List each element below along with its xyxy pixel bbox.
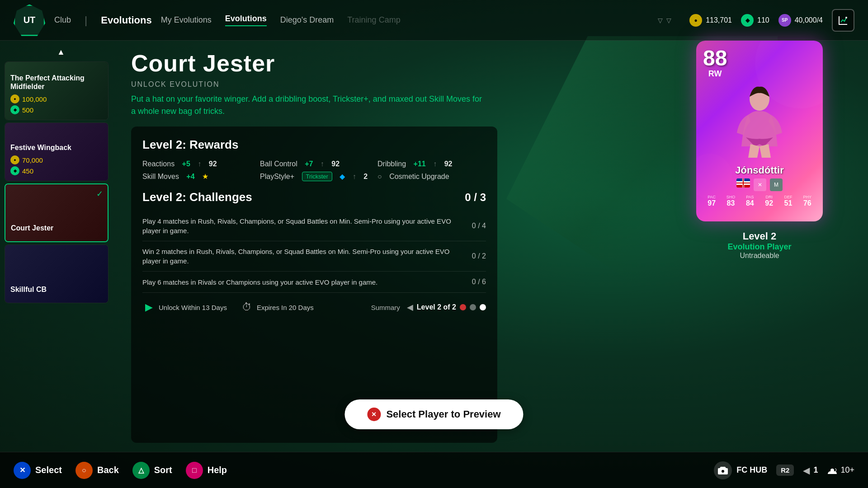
stat-boost: +5 — [182, 160, 190, 168]
stat-final: 92 — [444, 160, 453, 168]
cost-gold-icon: ● — [10, 94, 19, 103]
stat-boost: +7 — [305, 160, 313, 168]
sidebar-item-cost: ● 100,000 ◆ 500 — [10, 94, 103, 114]
sidebar-item-content: Court Jester — [5, 184, 108, 241]
stat-sho-value: 83 — [727, 199, 735, 207]
challenge-text-2: Win 2 matches in Rush, Rivals, Champions… — [142, 247, 472, 266]
stat-phy-label: PHY — [803, 195, 812, 199]
level-dot-3 — [480, 304, 486, 310]
reward-ball-control: Ball Control +7 ↑ 92 — [260, 160, 368, 168]
select-player-label: Select Player to Preview — [386, 408, 500, 420]
triangle-button-icon: △ — [132, 462, 150, 479]
currency-coins: ● 113,701 — [689, 14, 732, 27]
action-sort[interactable]: △ Sort — [132, 462, 172, 479]
coins-icon: ● — [689, 14, 702, 27]
stat-pac: PAC 97 — [703, 195, 720, 207]
sidebar-item-content: The Perfect Attacking Midfielder ● 100,0… — [5, 62, 108, 120]
challenge-row-1: Play 4 matches in Rush, Rivals, Champion… — [142, 211, 486, 241]
unlock-text: Unlock Within 13 Days — [159, 304, 227, 311]
cost-teal-value: 450 — [22, 167, 33, 175]
stat-name: PlayStyle+ — [260, 173, 294, 181]
sidebar-item-attacking-midfielder[interactable]: The Perfect Attacking Midfielder ● 100,0… — [5, 61, 108, 120]
info-bar: ▶ Unlock Within 13 Days ⏱ Expires In 20 … — [142, 293, 486, 314]
player-card-area: 88 RW Jónsdóttir — [678, 41, 841, 334]
cross-button-icon: ✕ — [14, 462, 31, 479]
challenge-count-2: 0 / 2 — [472, 251, 486, 261]
challenge-text-1: Play 4 matches in Rush, Rivals, Champion… — [142, 216, 472, 235]
nav-my-evolutions[interactable]: My Evolutions — [161, 15, 212, 25]
player-card: 88 RW Jónsdóttir — [696, 41, 823, 221]
rewards-panel: Level 2: Rewards Reactions +5 ↑ 92 Ball … — [131, 127, 497, 443]
stat-name: Dribbling — [377, 160, 406, 168]
bottom-bar: ✕ Select ○ Back △ Sort □ Help FC HUB R2 … — [0, 452, 868, 488]
stat-arrow: ↑ — [353, 173, 356, 181]
sidebar-item-skillful-cb[interactable]: Skillful CB — [5, 244, 108, 303]
cost-teal: ◆ 450 — [10, 166, 103, 175]
expires-text: Expires In 20 Days — [257, 304, 314, 311]
stat-name: Cosmetic Upgrade — [389, 173, 449, 181]
stat-pac-value: 97 — [708, 199, 716, 207]
challenge-row-3: Play 6 matches in Rivals or Champions us… — [142, 272, 486, 293]
stat-dri-value: 92 — [765, 199, 773, 207]
evolution-description: Put a hat on your favorite winger. Add a… — [131, 93, 484, 117]
cost-teal: ◆ 500 — [10, 105, 103, 114]
select-player-button[interactable]: ✕ Select Player to Preview — [344, 399, 523, 429]
player-silhouette — [723, 83, 796, 160]
challenge-count-3: 0 / 6 — [472, 277, 486, 287]
stat-final: 92 — [331, 160, 340, 168]
fchub-section[interactable]: FC HUB — [714, 461, 767, 479]
topbar-right: ▽ ▽ ● 113,701 ◆ 110 SP 40,000/4 — [658, 9, 854, 32]
stat-final: 92 — [209, 160, 217, 168]
action-select[interactable]: ✕ Select — [14, 462, 62, 479]
sidebar: ▲ The Perfect Attacking Midfielder ● 100… — [0, 41, 118, 452]
select-label: Select — [35, 465, 62, 475]
users-section: 10+ — [827, 465, 854, 475]
level-dots — [460, 304, 486, 310]
action-help[interactable]: □ Help — [186, 462, 227, 479]
nav-diegos-dream[interactable]: Diego's Dream — [280, 15, 334, 25]
challenge-count-1: 0 / 4 — [472, 221, 486, 231]
reward-skill-moves: Skill Moves +4 ★ — [142, 172, 251, 181]
back-label: Back — [97, 465, 119, 475]
card-player-name: Jónsdóttir — [703, 164, 816, 176]
cost-gold: ● 70,000 — [10, 155, 103, 164]
nav-evolutions-sub[interactable]: Evolutions — [225, 14, 267, 26]
stat-sho: SHO 83 — [722, 195, 739, 207]
summary-label: Summary — [371, 304, 400, 311]
cost-gold-icon: ● — [10, 155, 19, 164]
stat-name: Reactions — [142, 160, 175, 168]
nav-evolutions[interactable]: Evolutions — [101, 14, 151, 26]
currency-points: ◆ 110 — [741, 14, 769, 27]
stat-arrow: ↑ — [321, 160, 324, 168]
rewards-grid: Reactions +5 ↑ 92 Ball Control +7 ↑ 92 D… — [142, 160, 486, 181]
square-button-icon: □ — [186, 462, 203, 479]
card-level-text: Level 2 — [727, 230, 791, 242]
cost-teal-icon: ◆ — [10, 105, 19, 114]
sidebar-item-cost: ● 70,000 ◆ 450 — [10, 155, 103, 175]
cost-teal-value: 500 — [22, 106, 33, 114]
level-prev-arrow[interactable]: ◀ — [407, 302, 413, 312]
club-badge: M — [770, 178, 783, 191]
iceland-flag — [736, 178, 750, 188]
scroll-up-btn[interactable]: ▲ — [5, 45, 118, 59]
clock-icon: ⏱ — [242, 301, 252, 313]
reward-playstyle: PlayStyle+ Trickster ◆ ↑ 2 — [260, 172, 368, 181]
card-stats: PAC 97 SHO 83 PAS 84 DRI 92 DEF 51 PHY 7… — [703, 195, 816, 207]
page-number: 1 — [813, 465, 818, 475]
page-prev-arrow[interactable]: ◀ — [803, 465, 810, 476]
level-dot-2 — [470, 304, 476, 310]
star-icon: ★ — [202, 172, 208, 181]
action-back[interactable]: ○ Back — [75, 462, 119, 479]
pagination: ◀ 1 — [803, 465, 818, 476]
stat-pas-label: PAS — [746, 195, 754, 199]
sidebar-item-court-jester[interactable]: Court Jester ✓ — [5, 183, 108, 242]
sidebar-item-festive-wingback[interactable]: Festive Wingback ● 70,000 ◆ 450 — [5, 122, 108, 181]
nav-club[interactable]: Club — [54, 15, 71, 25]
reward-cosmetic: ○ Cosmetic Upgrade — [377, 172, 486, 181]
play-icon: ▶ — [145, 301, 153, 313]
svg-point-2 — [722, 470, 724, 473]
card-level-type: Evolution Player — [727, 242, 791, 251]
topbar: UT Club | Evolutions My Evolutions Evolu… — [0, 0, 868, 41]
svg-point-0 — [845, 17, 847, 19]
stats-button[interactable] — [832, 9, 854, 32]
